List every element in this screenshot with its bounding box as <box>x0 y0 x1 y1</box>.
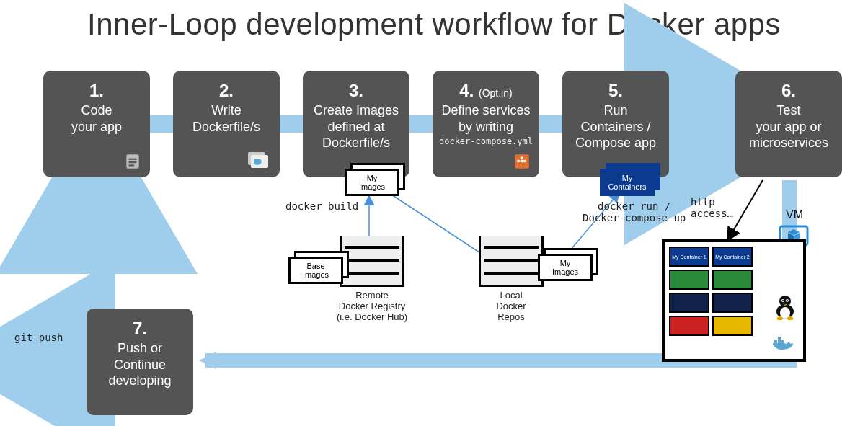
registry-label: Remote Docker Registry (i.e. Docker Hub) <box>322 290 422 322</box>
step-3-create-images: 3. Create Images defined at Dockerfile/s <box>303 71 409 177</box>
svg-line-5 <box>728 180 763 239</box>
registry-label: Local Docker Repos <box>471 290 551 322</box>
file-icon <box>123 151 143 172</box>
linux-icon <box>773 293 797 323</box>
svg-rect-27 <box>774 340 777 343</box>
vm-cell-red <box>669 316 709 336</box>
step-5-run-containers: 5. Run Containers / Compose app <box>562 71 669 177</box>
label-docker-run: docker run / Docker-compose up <box>583 200 686 223</box>
step-number: 4. (Opt.in) <box>459 81 512 101</box>
step-text: Write Dockerfile/s <box>192 102 260 135</box>
vm-cell-yellow <box>712 316 753 336</box>
vm-cell-green <box>712 270 753 290</box>
step-text: Create Images defined at Dockerfile/s <box>314 102 399 151</box>
step-4-define-services: 4. (Opt.in) Define services by writing d… <box>433 71 539 177</box>
svg-rect-7 <box>129 159 137 160</box>
svg-point-26 <box>787 300 788 301</box>
docker-whale-icon <box>770 333 799 356</box>
svg-rect-9 <box>129 164 135 166</box>
step-text: Run Containers / Compose app <box>575 102 656 151</box>
vm-container-2: My Container 2 <box>712 247 753 267</box>
label-docker-build: docker build <box>285 200 358 212</box>
svg-rect-14 <box>521 160 523 162</box>
step-text: Test your app or microservices <box>749 102 828 151</box>
svg-rect-29 <box>781 340 784 343</box>
svg-rect-30 <box>778 337 781 340</box>
rack-icon <box>340 236 404 287</box>
step-number: 2. <box>219 81 234 101</box>
svg-rect-28 <box>778 340 781 343</box>
vm-box: My Container 1 My Container 2 <box>662 239 806 362</box>
step-number: 3. <box>349 81 363 101</box>
vm-cell-navy <box>669 293 709 313</box>
step-text: Code your app <box>71 102 122 135</box>
label-git-push: git push <box>14 332 63 343</box>
svg-rect-13 <box>518 160 520 162</box>
vm-container-1: My Container 1 <box>669 247 709 267</box>
rack-icon <box>479 236 544 287</box>
svg-rect-15 <box>521 157 523 159</box>
svg-rect-8 <box>129 161 137 163</box>
docker-compose-icon <box>512 151 532 172</box>
svg-point-25 <box>782 300 784 301</box>
docker-icon <box>247 150 273 172</box>
diagram-canvas: 1. Code your app 2. Write Dockerfile/s 3… <box>0 0 868 426</box>
step-text: Push or Continue developing <box>108 340 171 389</box>
step-6-test: 6. Test your app or microservices <box>735 71 842 177</box>
step-7-push: 7. Push or Continue developing <box>87 309 193 415</box>
step-number: 6. <box>781 81 796 101</box>
step-subtext: docker-compose.yml <box>439 136 533 146</box>
vm-cell-green <box>669 270 709 290</box>
step-number: 1. <box>89 81 104 101</box>
step-1-code: 1. Code your app <box>43 71 150 177</box>
vm-cell-navy <box>712 293 753 313</box>
step-number: 5. <box>608 81 623 101</box>
label-http-access: http access… <box>691 196 733 219</box>
vm-label: VM <box>786 208 803 221</box>
step-number: 7. <box>133 319 147 339</box>
svg-rect-16 <box>523 160 526 162</box>
step-text: Define services by writing <box>441 102 530 135</box>
step-2-dockerfile: 2. Write Dockerfile/s <box>173 71 280 177</box>
